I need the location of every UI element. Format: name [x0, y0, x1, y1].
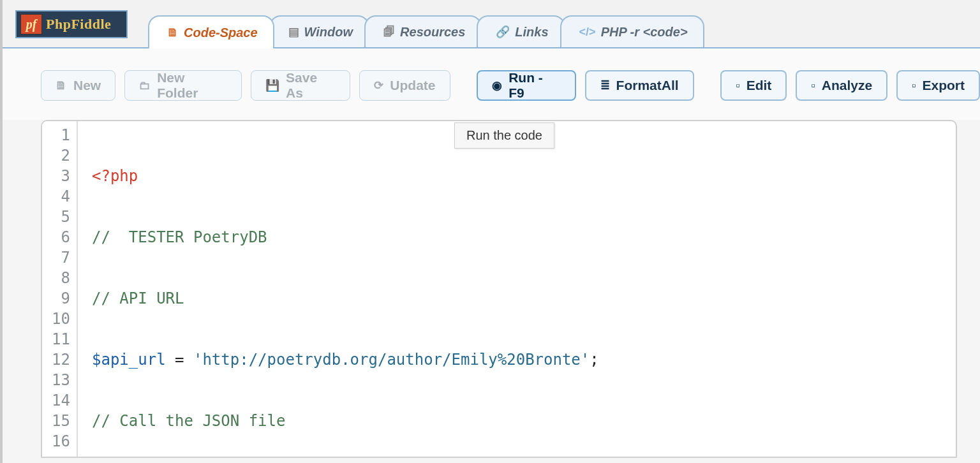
tab-strip: pf PhpFiddle 🗎 Code-Space ▤ Window 🗐 Res… — [3, 0, 980, 48]
tab-window[interactable]: ▤ Window — [269, 15, 369, 47]
format-all-button[interactable]: ≣ FormatAll — [585, 70, 694, 101]
new-button[interactable]: 🗎 New — [41, 70, 115, 101]
new-folder-button[interactable]: 🗀 New Folder — [124, 70, 242, 101]
run-tooltip: Run the code — [454, 122, 554, 149]
tab-links[interactable]: 🔗 Links — [477, 15, 565, 47]
button-label: Analyze — [822, 78, 872, 93]
button-label: Export — [922, 78, 965, 93]
window-icon: ▤ — [288, 25, 299, 39]
save-as-button[interactable]: 💾 Save As — [251, 70, 350, 101]
tab-label: Window — [304, 25, 353, 40]
refresh-icon: ⟳ — [374, 78, 383, 92]
button-label: New Folder — [157, 70, 227, 101]
file-plus-icon: 🗎 — [56, 79, 67, 92]
line-gutter: 1234 5678 9101112 13141516 — [42, 121, 78, 458]
list-icon: ≣ — [600, 78, 610, 92]
toolbar: 🗎 New 🗀 New Folder 💾 Save As ⟳ Update ◉ … — [3, 48, 980, 120]
button-label: Save As — [286, 70, 336, 101]
tab-resources[interactable]: 🗐 Resources — [364, 15, 482, 47]
tab-label: Resources — [400, 25, 465, 40]
analyze-button[interactable]: ▫ Analyze — [796, 70, 887, 101]
square-icon: ▫ — [736, 79, 739, 92]
code-editor[interactable]: 1234 5678 9101112 13141516 <?php // TEST… — [41, 120, 957, 458]
save-icon: 💾 — [265, 78, 279, 92]
button-label: Update — [390, 78, 435, 93]
square-icon: ▫ — [912, 79, 916, 92]
logo-badge-icon: pf — [20, 14, 42, 34]
app-logo[interactable]: pf PhpFiddle — [15, 10, 128, 38]
tab-label: Code-Space — [184, 26, 258, 40]
folder-icon: 🗀 — [139, 79, 151, 92]
square-icon: ▫ — [811, 79, 815, 92]
play-icon: ◉ — [492, 78, 502, 92]
update-button[interactable]: ⟳ Update — [359, 70, 450, 101]
run-button[interactable]: ◉ Run - F9 — [477, 70, 575, 101]
button-label: Edit — [746, 78, 772, 93]
tab-code-space[interactable]: 🗎 Code-Space — [148, 15, 274, 48]
logo-text: PhpFiddle — [46, 16, 111, 33]
link-icon: 🔗 — [496, 25, 510, 39]
page-icon: 🗐 — [383, 26, 395, 39]
tab-php-r[interactable]: </> PHP -r <code> — [560, 15, 704, 47]
export-button[interactable]: ▫ Export — [896, 70, 980, 101]
button-label: New — [73, 78, 101, 93]
file-icon: 🗎 — [167, 26, 179, 40]
button-label: FormatAll — [616, 78, 679, 93]
edit-button[interactable]: ▫ Edit — [720, 70, 787, 101]
code-icon: </> — [579, 26, 596, 39]
tab-label: PHP -r <code> — [601, 25, 688, 40]
button-label: Run - F9 — [509, 70, 560, 101]
tab-label: Links — [515, 25, 548, 40]
code-lines[interactable]: <?php // TESTER PoetryDB // API URL $api… — [78, 121, 599, 458]
